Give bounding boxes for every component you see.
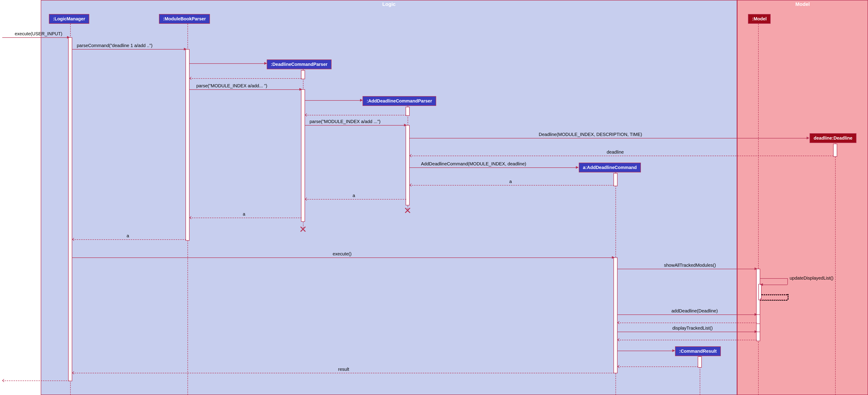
destroy-adddeadlinecommandparser <box>404 207 411 214</box>
activation-adddeadlinecommandparser-short <box>406 107 410 116</box>
msg-execute-input-label: execute(USER_INPUT) <box>15 31 62 36</box>
msg-a1-label: a <box>509 179 512 184</box>
msg-execute-label: execute() <box>333 251 351 257</box>
msg-parse2-label: parse("MODULE_INDEX a/add ...") <box>310 119 380 124</box>
participant-deadline: deadline:Deadline <box>810 133 857 143</box>
msg-parsecommand-label: parseCommand("deadline 1 a/add ..") <box>77 43 152 48</box>
msg-adddeadline-label: addDeadline(Deadline) <box>672 308 718 314</box>
destroy-deadlinecommandparser <box>300 226 306 233</box>
participant-modulebookparser: :ModuleBookParser <box>159 14 210 24</box>
participant-adddeadlinecommandparser: :AddDeadlineCommandParser <box>363 96 436 106</box>
msg-showall-label: showAllTrackedModules() <box>664 263 716 268</box>
activation-deadlinecommandparser <box>301 89 305 222</box>
activation-adddeadlinecommandparser <box>406 125 410 205</box>
msg-displaytracked-label: displayTrackedList() <box>672 326 713 331</box>
activation-model-showall <box>756 269 760 339</box>
activation-logicmanager <box>68 37 72 381</box>
activation-deadlinecommandparser-short <box>301 70 305 79</box>
participant-model: :Model <box>748 14 771 24</box>
msg-a2-label: a <box>352 193 355 198</box>
msg-a3-label: a <box>243 211 245 217</box>
activation-deadline <box>833 144 837 157</box>
msg-updatedisplayed-label: updateDisplayedList() <box>789 275 833 281</box>
logic-region-title: Logic <box>382 1 396 7</box>
msg-adc-ctor-label: AddDeadlineCommand(MODULE_INDEX, deadlin… <box>421 161 526 166</box>
activation-commandresult <box>698 356 702 368</box>
participant-logicmanager: :LogicManager <box>49 14 89 24</box>
model-region-title: Model <box>795 1 810 7</box>
participant-commandresult: :CommandResult <box>675 347 721 356</box>
msg-a4-label: a <box>127 233 129 238</box>
logic-region: Logic <box>41 0 737 395</box>
participant-adddeadlinecommand: a:AddDeadlineCommand <box>579 163 641 172</box>
msg-parse1-label: parse("MODULE_INDEX a/add... ") <box>196 83 267 89</box>
activation-modulebookparser <box>185 49 190 241</box>
msg-deadline-return-label: deadline <box>607 150 624 155</box>
lifeline-deadline <box>835 143 836 395</box>
activation-adddeadlinecommand-ctor <box>614 173 618 186</box>
participant-deadlinecommandparser: :DeadlineCommandParser <box>267 60 332 69</box>
msg-result-label: result <box>338 367 349 372</box>
activation-adddeadlinecommand-exec <box>614 258 618 373</box>
sequence-diagram: Logic Model :LogicManager :ModuleBookPar… <box>0 0 868 395</box>
msg-deadline-ctor-label: Deadline(MODULE_INDEX, DESCRIPTION, TIME… <box>539 132 642 137</box>
